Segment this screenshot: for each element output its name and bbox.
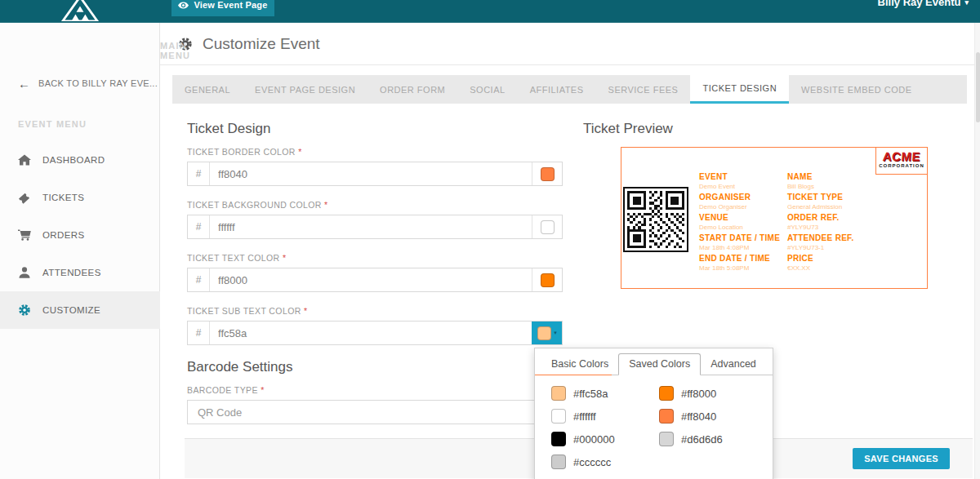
section-title-ticket-design: Ticket Design [187,121,563,137]
ticket-fields-right: NAMEBill Blogs TICKET TYPEGeneral Admiss… [787,172,854,274]
ticket-fields-left: EVENTDemo Event ORGANISERDemo Organiser … [699,172,780,274]
ticket-preview-panel: Ticket Preview ACME CORPORATION EVENTDem… [583,121,933,289]
required-asterisk: * [324,200,328,210]
tab-affiliates[interactable]: AFFILIATES [518,75,596,104]
color-swatch-button[interactable] [532,215,562,238]
ticket-text-color-input[interactable] [210,268,532,291]
event-menu-heading: EVENT MENU [18,119,87,129]
caret-down-icon: ▾ [554,330,557,336]
saved-color-option[interactable]: #ffc58a [551,386,659,401]
ticket-border-color-input[interactable] [210,162,532,185]
tab-ticket-design[interactable]: TICKET DESIGN [690,75,789,104]
page-header: Customize Event [160,23,980,65]
color-swatch [659,432,674,446]
save-changes-button[interactable]: SAVE CHANGES [853,448,950,469]
tab-order-form[interactable]: ORDER FORM [368,75,457,104]
view-event-page-label: View Event Page [194,0,267,10]
saved-color-option[interactable]: #ffffff [551,409,659,424]
sidebar-item-orders[interactable]: ORDERS [0,216,160,254]
color-swatch [551,432,566,446]
vertical-scrollbar[interactable] [974,23,980,479]
tab-event-page-design[interactable]: EVENT PAGE DESIGN [243,75,368,104]
color-swatch [659,386,674,401]
picker-tab-basic-colors[interactable]: Basic Colors [541,354,618,375]
sidebar-item-tickets[interactable]: TICKETS [0,179,160,216]
sidebar-item-label: ATTENDEES [42,268,101,277]
company-logo-name: ACME [875,150,927,162]
hash-prefix: # [188,162,210,185]
required-asterisk: * [304,306,308,316]
barcode-type-select[interactable]: QR Code [187,400,563,424]
ticket-text-color-input-group: # [187,268,563,292]
tab-service-fees[interactable]: SERVICE FEES [596,75,691,104]
color-swatch [541,220,555,234]
hash-prefix: # [188,322,210,344]
sidebar-item-label: ORDERS [42,230,85,240]
required-asterisk: * [298,147,302,157]
color-swatch [551,386,566,401]
brand-logo[interactable] [59,0,101,21]
field-label: TICKET BORDER COLOR * [187,147,563,157]
barcode-type-value: QR Code [198,406,242,419]
user-icon [18,266,31,279]
eye-icon [178,2,189,9]
tab-general[interactable]: GENERAL [172,75,243,104]
hash-prefix: # [188,215,210,238]
ticket-background-color-input[interactable] [210,215,532,238]
section-title-barcode-settings: Barcode Settings [187,359,563,375]
user-menu[interactable]: Billy Ray Eventu ▾ [878,0,969,8]
arrow-left-icon: ← [18,78,30,90]
sidebar-item-back[interactable]: ← BACK TO BILLY RAY EVE... [0,70,160,96]
company-logo-subtitle: CORPORATION [876,163,927,168]
scrollbar-thumb[interactable] [976,52,980,122]
color-swatch-button[interactable] [532,162,562,185]
color-swatch [541,273,555,287]
color-picker-popup: Basic Colors Saved Colors Advanced #ffc5… [534,348,773,479]
saved-color-option[interactable]: #ff8000 [659,386,764,401]
hash-prefix: # [188,268,210,291]
field-label: BARCODE TYPE * [187,385,563,396]
ticket-preview: ACME CORPORATION EVENTDemo Event ORGANIS… [621,147,928,289]
color-swatch [551,409,566,424]
caret-down-icon: ▾ [964,0,969,7]
page-title: Customize Event [203,35,320,53]
color-picker-tabs: Basic Colors Saved Colors Advanced [535,348,773,375]
home-icon [18,153,31,166]
tab-bar: GENERAL EVENT PAGE DESIGN ORDER FORM SOC… [172,75,967,104]
color-swatch-button-active[interactable]: ▾ [532,322,562,344]
sidebar: MAIN MENU ← BACK TO BILLY RAY EVE... EVE… [0,23,160,479]
field-label: TICKET SUB TEXT COLOR * [187,306,563,317]
sidebar-item-label: TICKETS [42,193,84,202]
color-swatch [541,167,555,181]
saved-color-option[interactable]: #ff8040 [659,409,764,424]
tab-website-embed-code[interactable]: WEBSITE EMBED CODE [789,75,924,104]
back-item-label: BACK TO BILLY RAY EVE... [38,78,158,88]
saved-colors-grid: #ffc58a #ff8000 #ffffff #ff8040 #000000 … [535,375,773,479]
picker-tab-advanced[interactable]: Advanced [701,354,766,375]
top-navbar: View Event Page Billy Ray Eventu ▾ [0,0,980,23]
sidebar-item-label: DASHBOARD [42,155,105,165]
field-label: TICKET TEXT COLOR * [187,253,563,264]
tab-underline [535,375,612,375]
saved-color-option[interactable]: #000000 [551,432,659,446]
field-label: TICKET BACKGROUND COLOR * [187,200,563,211]
ticket-icon [18,191,31,204]
view-event-page-button[interactable]: View Event Page [172,0,274,16]
ticket-sub-text-color-input-group: # ▾ [187,321,563,345]
color-swatch [659,409,674,424]
sidebar-item-customize[interactable]: CUSTOMIZE [0,291,160,329]
picker-tab-saved-colors[interactable]: Saved Colors [618,353,701,375]
ticket-sub-text-color-input[interactable] [210,322,532,344]
main-content: Customize Event GENERAL EVENT PAGE DESIG… [160,23,980,479]
sidebar-item-attendees[interactable]: ATTENDEES [0,254,160,291]
color-swatch [551,455,566,469]
ticket-design-form: Ticket Design TICKET BORDER COLOR * # TI… [187,121,563,424]
color-swatch-button[interactable] [532,268,562,291]
required-asterisk: * [261,385,265,395]
ticket-border-color-input-group: # [187,162,563,186]
sidebar-item-dashboard[interactable]: DASHBOARD [0,141,160,179]
saved-color-option[interactable]: #d6d6d6 [659,432,764,446]
tab-social[interactable]: SOCIAL [457,75,517,104]
saved-color-option[interactable]: #cccccc [551,455,659,469]
gear-icon [18,304,31,317]
